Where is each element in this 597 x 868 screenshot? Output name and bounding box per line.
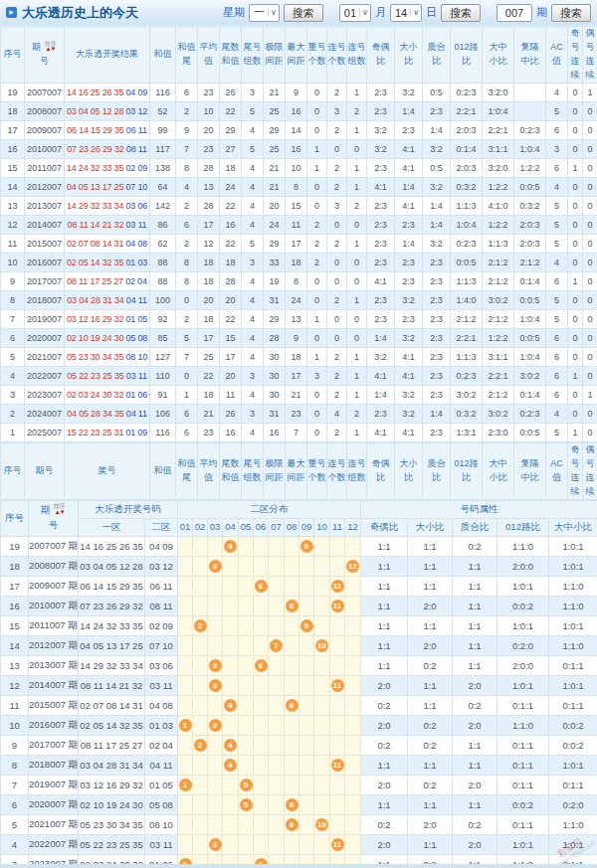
- cell-stat: 18: [286, 253, 307, 271]
- cell-distribution: 5: [239, 794, 254, 814]
- header-row: 序号期排序▲▼号大乐透开奖号码二区分布号码属性: [1, 500, 597, 518]
- cell-zone2-numbers: 02 09: [145, 615, 178, 635]
- issue-input[interactable]: [497, 4, 532, 22]
- table-row: 10201600702 05 14 32 35 01 0388818183331…: [1, 253, 597, 271]
- cell-stat: 0: [568, 101, 583, 120]
- cell-stat: 2:3: [423, 253, 451, 271]
- cell-stat: 4:1: [395, 347, 423, 366]
- week-select[interactable]: 一∨: [249, 4, 280, 22]
- cell-stat: 0:0:5: [514, 423, 546, 441]
- cell-distribution: [314, 755, 330, 775]
- cell-distribution: [223, 814, 239, 834]
- cell-stat: 1: [583, 385, 597, 404]
- cell-attr: 0:1:1: [498, 755, 549, 775]
- cell-stat: 2:3: [367, 83, 395, 101]
- cell-stat: 0: [583, 271, 597, 290]
- cell-distribution: 4: [223, 695, 239, 715]
- cell-seq: 9: [1, 735, 29, 755]
- cell-stat: 15: [286, 196, 307, 215]
- cell-distribution: [345, 675, 361, 695]
- cell-stat: 62: [150, 234, 176, 253]
- cell-stat: 13: [198, 177, 220, 196]
- cell-distribution: [269, 755, 285, 775]
- cell-stat: 2:3: [367, 309, 395, 328]
- front-numbers: 02 03 24 30 32: [67, 390, 123, 400]
- cell-issue: 2023007: [25, 385, 65, 404]
- number-ball: 11: [331, 759, 344, 772]
- sort-control[interactable]: 排序▲▼: [53, 503, 66, 515]
- cell-issue: 2017007 期: [29, 735, 79, 755]
- table-row: 16201000707 23 26 29 32 08 1111772327525…: [1, 139, 597, 158]
- t1-column-header: AC值: [546, 27, 568, 84]
- t1-column-header: 偶号 连续: [583, 27, 597, 84]
- front-numbers: 03 04 05 12 28: [67, 106, 123, 116]
- cell-stat: 1:4: [367, 385, 395, 404]
- cell-distribution: [314, 715, 330, 735]
- distribution-table: 序号期排序▲▼号大乐透开奖号码二区分布号码属性一区二区0102030405060…: [0, 500, 597, 868]
- month-select[interactable]: 01∨: [339, 4, 371, 22]
- cell-distribution: 11: [330, 596, 345, 615]
- cell-distribution: 8: [285, 596, 299, 615]
- cell-stat: 1: [347, 234, 367, 253]
- number-ball: 8: [286, 699, 298, 712]
- cell-stat: 4: [242, 309, 264, 328]
- t1-column-header: 质合 比: [423, 27, 451, 84]
- cell-stat: 86: [150, 215, 176, 234]
- cell-stat: 0: [583, 328, 597, 347]
- cell-seq: 17: [1, 120, 25, 139]
- cell-stat: 0: [583, 423, 597, 441]
- cell-issue: 2019007 期: [29, 775, 79, 794]
- cell-attr: 1:1: [453, 576, 498, 596]
- cell-distribution: [254, 715, 269, 735]
- cell-distribution: 4: [223, 536, 239, 556]
- cell-attr: 0:2: [408, 775, 453, 794]
- cell-distribution: 8: [285, 794, 299, 814]
- week-search-button[interactable]: 搜索: [284, 4, 323, 22]
- cell-distribution: [193, 635, 208, 655]
- cell-stat: 0: [307, 271, 327, 290]
- front-numbers: 08 11 17 25 27: [67, 276, 123, 286]
- cell-seq: 1: [1, 423, 25, 441]
- cell-stat: 2:3: [395, 271, 423, 290]
- cell-distribution: [345, 715, 361, 735]
- cell-distribution: [314, 834, 330, 854]
- day-select[interactable]: 14∨: [390, 4, 422, 22]
- back-numbers: 02 09: [126, 163, 148, 173]
- cell-stat: 8: [286, 271, 307, 290]
- cell-distribution: [254, 814, 269, 834]
- cell-stat: 29: [264, 234, 286, 253]
- cell-result: 07 23 26 29 32 08 11: [65, 139, 150, 158]
- issue-search-button[interactable]: 搜索: [551, 4, 591, 22]
- cell-seq: 19: [1, 536, 29, 556]
- t1-footer-column-header: 质合 比: [423, 442, 451, 499]
- cell-stat: 2:3: [423, 271, 451, 290]
- cell-distribution: [299, 834, 314, 854]
- cell-stat: 117: [150, 139, 176, 158]
- t2-dist-col-header: 07: [269, 518, 285, 536]
- cell-distribution: [345, 615, 361, 635]
- sort-control[interactable]: 排序▲▼: [44, 41, 57, 53]
- cell-attr: 0:0:2: [498, 794, 549, 814]
- cell-seq: 13: [1, 655, 29, 675]
- cell-attr: 1:1: [453, 655, 498, 675]
- cell-stat: 21: [264, 83, 286, 101]
- table-row: 7201900703 12 16 29 32 01 05922182242913…: [1, 309, 597, 328]
- cell-issue: 2024007: [25, 404, 65, 423]
- back-numbers: 04 09: [126, 87, 148, 97]
- cell-distribution: [314, 556, 330, 576]
- cell-stat: 1:2:2: [483, 177, 514, 196]
- table-row: 14201200704 05 13 17 25 07 1064413244218…: [1, 177, 597, 196]
- cell-stat: 0: [307, 196, 327, 215]
- number-ball: 4: [224, 540, 237, 553]
- cell-stat: 1: [568, 271, 583, 290]
- cell-zone2-numbers: 03 11: [145, 834, 178, 854]
- cell-stat: 2:3: [423, 366, 451, 385]
- cell-attr: 0:0:2: [549, 735, 597, 755]
- cell-distribution: [269, 596, 285, 615]
- cell-distribution: [239, 536, 254, 556]
- date-search-button[interactable]: 搜索: [441, 4, 481, 22]
- t1-column-header: 连号 个数: [327, 27, 347, 84]
- cell-stat: 21: [198, 404, 220, 423]
- cell-stat: 1:3:1: [451, 423, 483, 441]
- cell-distribution: [223, 675, 239, 695]
